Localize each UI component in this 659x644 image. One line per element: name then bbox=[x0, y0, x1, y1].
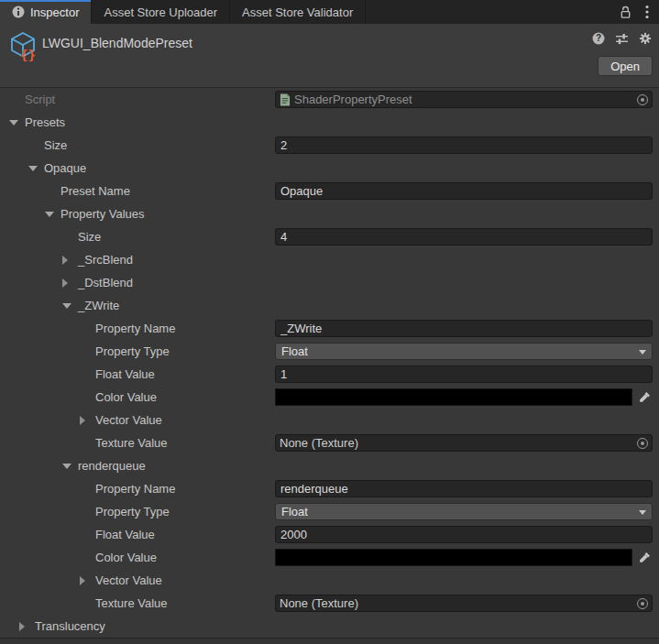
property-label[interactable]: _SrcBlend bbox=[78, 253, 133, 267]
property-label: Size bbox=[78, 230, 101, 244]
row-property-values: Property Values bbox=[0, 202, 659, 225]
float-value-input[interactable] bbox=[275, 526, 653, 543]
header-icons: ? bbox=[592, 32, 652, 45]
property-label[interactable]: Property Values bbox=[60, 207, 145, 221]
triangle-glyph bbox=[62, 303, 71, 309]
row-renderqueue: renderqueue bbox=[0, 454, 659, 477]
property-name-input[interactable] bbox=[275, 320, 653, 337]
object-picker-icon[interactable] bbox=[637, 438, 648, 449]
texture-value-object-field[interactable]: None (Texture) bbox=[275, 595, 653, 612]
preset-name-input[interactable] bbox=[275, 182, 653, 200]
foldout-closed-icon[interactable] bbox=[62, 278, 78, 288]
help-icon[interactable]: ? bbox=[592, 32, 605, 45]
object-picker-icon[interactable] bbox=[637, 94, 648, 105]
size-input[interactable] bbox=[275, 228, 653, 246]
tab-asset-store-validator[interactable]: Asset Store Validator bbox=[230, 0, 366, 24]
presets-icon[interactable] bbox=[615, 33, 629, 45]
row-property-name: Property Name bbox=[0, 317, 659, 340]
property-label[interactable]: renderqueue bbox=[78, 459, 146, 473]
triangle-glyph bbox=[62, 256, 68, 265]
indent-spacer bbox=[0, 328, 80, 329]
row-label-area: Texture Value bbox=[0, 596, 275, 610]
property-label: Property Name bbox=[95, 482, 175, 496]
row-field-area bbox=[275, 480, 653, 497]
indent-spacer bbox=[0, 465, 62, 466]
triangle-glyph bbox=[62, 464, 71, 469]
foldout-open-icon[interactable] bbox=[45, 212, 60, 217]
row-label-area: Size bbox=[0, 138, 275, 152]
chevron-down-icon bbox=[639, 510, 646, 515]
tab-asset-store-uploader[interactable]: Asset Store Uploader bbox=[92, 0, 230, 24]
row-field-area bbox=[275, 549, 653, 566]
foldout-open-icon[interactable] bbox=[62, 464, 78, 469]
tab-bar-spacer bbox=[366, 0, 620, 24]
property-type-dropdown[interactable]: Float bbox=[275, 343, 653, 360]
property-type-dropdown[interactable]: Float bbox=[275, 503, 653, 520]
row-label-area: Color Value bbox=[0, 551, 275, 564]
object-field-value: ShaderPropertyPreset bbox=[294, 93, 633, 106]
row-size: Size bbox=[0, 134, 659, 157]
row-color-value: Color Value bbox=[0, 386, 659, 409]
foldout-closed-icon[interactable] bbox=[19, 622, 35, 631]
indent-spacer bbox=[0, 488, 80, 489]
color-swatch[interactable] bbox=[275, 549, 632, 566]
row-field-area: None (Texture) bbox=[275, 434, 653, 452]
property-label[interactable]: _ZWrite bbox=[78, 299, 119, 312]
indent-spacer bbox=[0, 511, 80, 512]
property-label: Property Type bbox=[95, 505, 170, 518]
open-button[interactable]: Open bbox=[598, 56, 653, 76]
lock-button[interactable] bbox=[620, 5, 632, 19]
script-object-field[interactable]: ShaderPropertyPreset bbox=[275, 91, 653, 108]
row-vector-value: Vector Value bbox=[0, 569, 659, 592]
property-label[interactable]: Vector Value bbox=[95, 573, 162, 587]
object-picker-icon[interactable] bbox=[637, 598, 648, 609]
foldout-closed-icon[interactable] bbox=[80, 416, 95, 425]
inspector-header: {} LWGUI_BlendModePreset ? Open bbox=[0, 24, 659, 88]
indent-spacer bbox=[0, 626, 19, 627]
color-field bbox=[275, 549, 653, 566]
triangle-glyph bbox=[45, 212, 54, 217]
kebab-menu-button[interactable] bbox=[645, 5, 649, 19]
info-icon bbox=[12, 5, 25, 18]
float-value-input[interactable] bbox=[275, 366, 653, 383]
foldout-open-icon[interactable] bbox=[62, 303, 78, 309]
foldout-open-icon[interactable] bbox=[28, 166, 44, 171]
settings-gear-icon[interactable] bbox=[639, 32, 652, 45]
row-vector-value: Vector Value bbox=[0, 409, 659, 431]
property-label[interactable]: Translucency bbox=[35, 619, 105, 633]
row-color-value: Color Value bbox=[0, 546, 659, 569]
property-label: Preset Name bbox=[60, 184, 130, 198]
foldout-closed-icon[interactable] bbox=[80, 576, 95, 585]
foldout-open-icon[interactable] bbox=[9, 120, 25, 126]
color-swatch[interactable] bbox=[275, 388, 632, 406]
row-field-area bbox=[275, 182, 653, 200]
foldout-closed-icon[interactable] bbox=[62, 256, 78, 265]
row-label-area: renderqueue bbox=[0, 459, 275, 473]
tab-label: Inspector bbox=[30, 5, 79, 19]
indent-spacer bbox=[0, 351, 80, 352]
row-property-type: Property TypeFloat bbox=[0, 500, 659, 523]
row-field-area bbox=[275, 136, 653, 154]
indent-spacer bbox=[0, 534, 80, 535]
property-label[interactable]: _DstBlend bbox=[78, 276, 133, 289]
row-field-area: Float bbox=[275, 503, 653, 520]
property-name-input[interactable] bbox=[275, 480, 653, 497]
property-label: Color Value bbox=[95, 551, 157, 564]
row-label-area: Translucency bbox=[0, 619, 275, 633]
property-label[interactable]: Presets bbox=[25, 115, 65, 129]
property-label[interactable]: Opaque bbox=[44, 161, 86, 175]
dropdown-value: Float bbox=[281, 505, 308, 518]
indent-spacer bbox=[0, 442, 80, 443]
eyedropper-icon[interactable] bbox=[637, 391, 653, 403]
triangle-glyph bbox=[19, 622, 25, 631]
indent-spacer bbox=[0, 168, 28, 169]
tab-inspector[interactable]: Inspector bbox=[0, 0, 92, 24]
indent-spacer bbox=[0, 213, 45, 214]
row-label-area: Float Value bbox=[0, 528, 275, 541]
property-label[interactable]: Vector Value bbox=[95, 413, 162, 427]
row-field-area bbox=[275, 320, 653, 337]
eyedropper-icon[interactable] bbox=[637, 551, 653, 563]
texture-value-object-field[interactable]: None (Texture) bbox=[275, 434, 653, 452]
property-label: Property Type bbox=[95, 344, 170, 358]
size-input[interactable] bbox=[275, 136, 653, 154]
